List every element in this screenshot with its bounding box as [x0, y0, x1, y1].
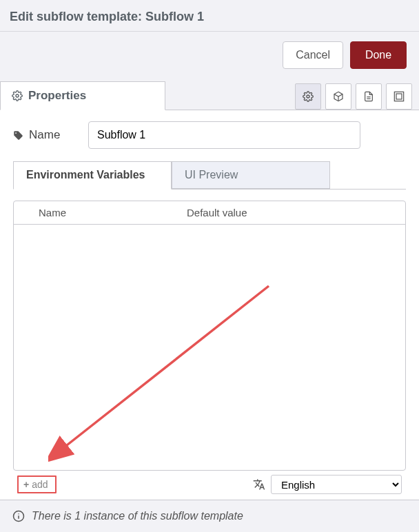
properties-content: Name Environment Variables UI Preview Na… [0, 110, 419, 505]
svg-point-1 [307, 95, 309, 98]
env-table-header: Name Default value [14, 201, 405, 225]
layout-icon [394, 91, 405, 102]
env-table-footer: + add English [13, 471, 406, 498]
tab-properties-label: Properties [28, 89, 86, 103]
cancel-button[interactable]: Cancel [283, 41, 343, 69]
subtab-strip: Environment Variables UI Preview [13, 161, 406, 189]
name-label-text: Name [29, 128, 60, 142]
subtab-ui-preview[interactable]: UI Preview [172, 161, 330, 189]
tag-icon [13, 130, 23, 141]
action-button-row: Cancel Done [0, 32, 419, 81]
edit-subflow-panel: Edit subflow template: Subflow 1 Cancel … [0, 0, 419, 532]
file-text-icon [363, 91, 374, 102]
name-field[interactable] [88, 121, 360, 149]
panel-footer: There is 1 instance of this subflow temp… [0, 500, 419, 532]
gear-icon [12, 90, 23, 101]
svg-point-0 [16, 94, 19, 97]
env-col-default: Default value [187, 207, 397, 218]
footer-message: There is 1 instance of this subflow temp… [32, 510, 243, 522]
add-env-label: add [32, 479, 48, 490]
add-env-button[interactable]: + add [17, 475, 57, 493]
cube-icon [333, 91, 344, 102]
done-button[interactable]: Done [350, 41, 407, 69]
svg-rect-5 [396, 94, 402, 99]
main-tab-strip: Properties [0, 81, 419, 110]
name-label: Name [13, 128, 79, 142]
env-table-body [14, 225, 405, 470]
svg-point-9 [18, 513, 19, 515]
tab-properties[interactable]: Properties [0, 81, 165, 110]
subtab-env-variables[interactable]: Environment Variables [13, 161, 172, 190]
language-select[interactable]: English [271, 475, 402, 494]
language-group: English [253, 475, 402, 494]
translate-icon [253, 478, 265, 491]
info-icon [12, 510, 25, 522]
icon-tab-module[interactable] [325, 83, 351, 110]
svg-rect-4 [394, 92, 403, 101]
plus-icon: + [23, 479, 29, 490]
icon-tab-appearance[interactable] [386, 83, 412, 110]
gear-icon [303, 91, 314, 102]
env-col-name: Name [39, 207, 187, 218]
icon-tab-description[interactable] [356, 83, 382, 110]
icon-tab-settings[interactable] [295, 83, 321, 110]
env-table: Name Default value [13, 201, 406, 471]
env-section: Name Default value + add English [13, 189, 406, 498]
panel-title: Edit subflow template: Subflow 1 [0, 0, 419, 32]
name-row: Name [13, 121, 406, 149]
